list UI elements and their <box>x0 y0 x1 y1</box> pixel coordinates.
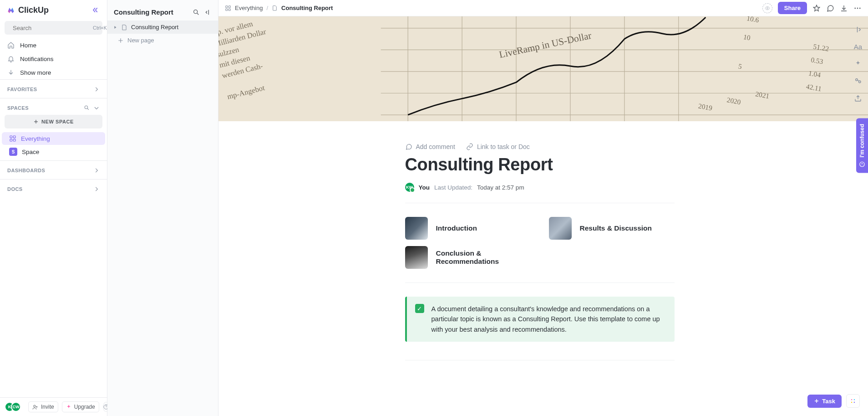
grid-icon <box>225 5 231 11</box>
author-avatar[interactable]: KW <box>405 183 414 192</box>
favorite-button[interactable] <box>812 4 821 12</box>
search-bar[interactable]: Ctrl+K <box>5 21 102 35</box>
new-space-button[interactable]: NEW SPACE <box>5 115 102 128</box>
confused-tab[interactable]: I'm confused <box>856 118 868 173</box>
svg-rect-4 <box>10 139 12 141</box>
section-link-conclusion[interactable]: Conclusion & Recommendations <box>405 246 531 269</box>
add-comment-button[interactable]: Add comment <box>405 143 455 150</box>
search-shortcut: Ctrl+K <box>93 25 107 31</box>
sparkle-icon <box>854 60 862 68</box>
chevron-down-icon[interactable] <box>93 105 100 111</box>
emoji-icon <box>859 161 865 168</box>
collapse-panel-icon[interactable] <box>204 9 212 16</box>
grid-dots-icon <box>850 398 856 404</box>
home-icon <box>7 41 15 49</box>
svg-rect-3 <box>13 136 15 138</box>
outline-toggle-button[interactable] <box>854 26 862 34</box>
bell-icon <box>7 55 15 62</box>
more-button[interactable] <box>853 4 862 12</box>
nav-home[interactable]: Home <box>0 38 107 52</box>
nav-notifications[interactable]: Notifications <box>0 52 107 66</box>
brand-logo[interactable]: ClickUp <box>6 5 49 15</box>
svg-rect-17 <box>218 16 868 121</box>
svg-point-49 <box>863 164 863 165</box>
callout-block[interactable]: ✓ A document detailing a consultant's kn… <box>405 297 675 342</box>
svg-point-16 <box>859 7 861 9</box>
section-thumbnail <box>549 217 572 240</box>
apps-button[interactable] <box>846 394 860 408</box>
checkmark-icon: ✓ <box>415 304 424 313</box>
svg-point-50 <box>861 164 862 165</box>
spaces-header[interactable]: SPACES <box>0 103 107 115</box>
sparkle-icon <box>66 404 71 410</box>
svg-rect-12 <box>228 9 230 10</box>
svg-text:10: 10 <box>743 33 751 41</box>
ai-button[interactable] <box>854 60 862 68</box>
outline-item-current[interactable]: Consulting Report <box>107 21 218 34</box>
right-rail: Aa <box>848 16 868 416</box>
dashboards-header[interactable]: DASHBOARDS <box>0 165 107 177</box>
grid-icon <box>9 135 16 142</box>
typography-button[interactable]: Aa <box>854 43 862 51</box>
byline: KW You Last Updated: Today at 2:57 pm <box>405 183 675 203</box>
new-task-button[interactable]: Task <box>807 395 842 408</box>
user-avatars[interactable]: K CW <box>5 402 21 412</box>
search-icon[interactable] <box>193 9 200 16</box>
upgrade-button[interactable]: Upgrade <box>62 401 99 412</box>
comment-icon <box>405 143 412 150</box>
section-thumbnail <box>405 217 428 240</box>
outline-new-page[interactable]: New page <box>107 34 218 47</box>
search-icon[interactable] <box>84 105 90 111</box>
cover-image[interactable]: LiveRamp in US-Dollar mp. vor allemMilli… <box>218 16 868 121</box>
user-plus-icon <box>32 404 38 410</box>
share-button[interactable]: Share <box>778 2 807 14</box>
svg-point-8 <box>194 10 198 13</box>
clickup-logo-icon <box>6 5 15 15</box>
relations-button[interactable] <box>854 77 862 85</box>
download-button[interactable] <box>840 4 848 12</box>
svg-point-13 <box>766 7 768 9</box>
comments-button[interactable] <box>826 4 834 12</box>
svg-point-15 <box>857 7 858 9</box>
nav-show-more[interactable]: Show more <box>0 66 107 79</box>
topbar: Everything / Consulting Report Share <box>218 0 868 16</box>
search-input[interactable] <box>13 25 89 31</box>
invite-button[interactable]: Invite <box>28 401 58 412</box>
main-content: Everything / Consulting Report Share <box>218 0 868 416</box>
caret-right-icon <box>113 25 117 30</box>
divider <box>405 360 675 360</box>
svg-point-48 <box>860 162 865 167</box>
space-item[interactable]: S Space <box>2 145 105 159</box>
section-link-results[interactable]: Results & Discussion <box>549 217 675 240</box>
breadcrumb-current[interactable]: Consulting Report <box>281 5 333 11</box>
comment-icon <box>826 4 834 12</box>
docs-header[interactable]: DOCS <box>0 184 107 196</box>
collapse-sidebar-button[interactable] <box>90 5 101 15</box>
updated-value: Today at 2:57 pm <box>477 184 524 191</box>
arrow-down-icon <box>7 69 15 76</box>
brand-name: ClickUp <box>18 5 49 15</box>
favorites-header[interactable]: FAVORITES <box>0 84 107 96</box>
section-thumbnail <box>405 246 428 269</box>
section-link-introduction[interactable]: Introduction <box>405 217 531 240</box>
collapse-icon <box>854 26 862 34</box>
download-icon <box>840 4 848 12</box>
avatar: CW <box>11 402 21 412</box>
space-everything[interactable]: Everything <box>2 132 105 145</box>
breadcrumb-root[interactable]: Everything <box>235 5 263 11</box>
chevron-double-left-icon <box>91 6 99 14</box>
page-title[interactable]: Consulting Report <box>405 155 675 175</box>
breadcrumb: Everything / Consulting Report <box>225 5 333 11</box>
space-badge: S <box>9 148 17 156</box>
svg-point-14 <box>854 7 856 9</box>
svg-point-52 <box>854 399 855 400</box>
svg-point-46 <box>856 79 858 81</box>
link-to-task-button[interactable]: Link to task or Doc <box>466 143 530 150</box>
view-settings-button[interactable] <box>762 3 772 13</box>
svg-rect-10 <box>228 5 230 7</box>
export-button[interactable] <box>854 94 862 103</box>
dots-icon <box>853 4 862 12</box>
link-icon <box>466 143 473 150</box>
plus-icon <box>33 119 39 124</box>
eye-icon <box>765 5 770 11</box>
